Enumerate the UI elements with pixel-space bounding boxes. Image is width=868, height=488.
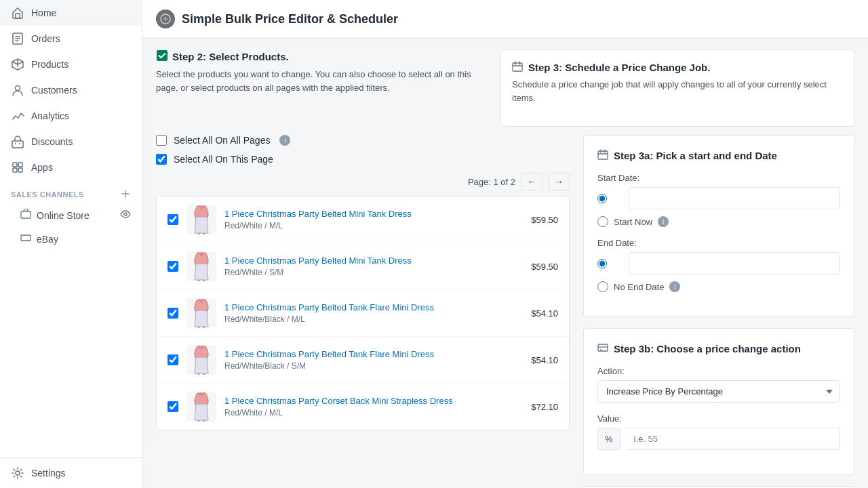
select-all-pages-row: Select All On All Pages i [156, 135, 570, 146]
analytics-icon [11, 109, 24, 123]
home-icon [11, 6, 24, 20]
sidebar-nav-orders[interactable]: Orders [0, 26, 142, 52]
product-checkbox[interactable] [167, 401, 178, 412]
product-thumbnail [186, 251, 216, 281]
svg-rect-9 [18, 168, 22, 172]
step3-cal-icon [512, 61, 523, 74]
products-icon [11, 58, 24, 71]
value-input[interactable] [626, 428, 840, 450]
sidebar-nav-analytics[interactable]: Analytics [0, 103, 142, 129]
sidebar-sub-online-store[interactable]: Online Store [0, 203, 142, 227]
value-label: Value: [597, 413, 840, 424]
sidebar-nav-products[interactable]: Products [0, 52, 142, 77]
value-group: Value: % [597, 413, 840, 450]
product-info: 1 Piece Christmas Party Belted Mini Tank… [224, 256, 523, 278]
svg-rect-7 [18, 163, 22, 167]
sidebar-label-customers: Customers [31, 85, 77, 96]
product-checkbox[interactable] [167, 261, 178, 272]
start-date-label: Start Date: [597, 173, 840, 183]
sidebar-nav-apps[interactable]: Apps [0, 155, 142, 180]
svg-rect-12 [21, 235, 31, 241]
page-title: Simple Bulk Price Editor & Scheduler [182, 12, 398, 26]
svg-rect-6 [13, 163, 17, 167]
product-name: 1 Piece Christmas Party Corset Back Mini… [224, 396, 523, 407]
apps-icon [11, 161, 24, 174]
end-date-specific-option: 01/02/2018 11:44 PM [597, 252, 840, 274]
product-variant: Red/White/Black / M/L [224, 314, 523, 324]
select-all-page-checkbox[interactable] [156, 154, 167, 165]
no-end-date-info-icon[interactable]: i [669, 281, 680, 292]
action-select[interactable]: Increase Price By Percentage Decrease Pr… [597, 380, 840, 403]
orders-icon [11, 32, 24, 45]
product-name: 1 Piece Christmas Party Belted Mini Tank… [224, 209, 523, 220]
product-thumbnail [186, 345, 216, 375]
percent-badge: % [597, 428, 620, 450]
no-end-date-option: No End Date i [597, 281, 840, 292]
step2-check-icon [156, 49, 168, 64]
svg-rect-17 [598, 151, 608, 159]
start-date-specific-radio[interactable] [597, 193, 607, 204]
end-date-specific-radio[interactable] [597, 258, 607, 269]
no-end-date-radio[interactable] [597, 281, 608, 292]
product-name: 1 Piece Christmas Party Belted Mini Tank… [224, 256, 523, 267]
product-checkbox[interactable] [167, 308, 178, 319]
sidebar-sub-ebay[interactable]: eBay [0, 227, 142, 251]
sales-channels-section: SALES CHANNELS [0, 180, 142, 203]
start-now-radio[interactable] [597, 216, 608, 227]
select-all-pages-info-icon[interactable]: i [279, 135, 290, 146]
svg-rect-0 [16, 14, 20, 18]
sidebar-nav-discounts[interactable]: Discounts [0, 129, 142, 155]
end-date-input[interactable]: 01/02/2018 11:44 PM [629, 252, 840, 274]
svg-point-5 [19, 143, 20, 144]
pagination-label: Page: 1 of 2 [468, 177, 515, 187]
step2-title: Step 2: Select Products. [172, 51, 289, 62]
product-price: $59.50 [531, 215, 558, 225]
action-label: Action: [597, 366, 840, 376]
main-content: Simple Bulk Price Editor & Scheduler Ste… [142, 0, 868, 488]
product-checkbox[interactable] [167, 214, 178, 225]
table-row: 1 Piece Christmas Party Corset Back Mini… [157, 384, 569, 430]
sidebar-nav-settings[interactable]: Settings [0, 458, 142, 488]
svg-rect-16 [513, 63, 522, 71]
add-channel-icon[interactable] [120, 188, 131, 201]
svg-point-2 [16, 86, 20, 91]
customers-icon [11, 83, 24, 97]
start-now-label[interactable]: Start Now i [614, 216, 669, 227]
end-date-radio-group: 01/02/2018 11:44 PM No End Date i [597, 252, 840, 292]
svg-rect-3 [12, 141, 23, 148]
svg-rect-15 [157, 50, 167, 61]
product-variant: Red/White / S/M [224, 268, 523, 277]
step3a-cal-icon [597, 149, 608, 162]
online-store-icon [20, 209, 31, 222]
sidebar-nav-home[interactable]: Home [0, 0, 142, 26]
action-group: Action: Increase Price By Percentage Dec… [597, 366, 840, 403]
step2-description: Select the products you want to change. … [156, 68, 487, 94]
sidebar-label-orders: Orders [31, 33, 60, 44]
start-now-info-icon[interactable]: i [658, 216, 669, 227]
product-name: 1 Piece Christmas Party Belted Tank Flar… [224, 349, 523, 361]
pagination-next-button[interactable]: → [548, 173, 570, 190]
start-date-specific-option: 01/02/2018 11:44 PM [597, 187, 840, 209]
end-date-group: End Date: 01/02/2018 11:44 PM No End Dat… [597, 238, 840, 292]
step3-description: Schedule a price change job that will ap… [512, 78, 843, 104]
sidebar-label-settings: Settings [31, 468, 66, 479]
start-date-input[interactable]: 01/02/2018 11:44 PM [629, 187, 840, 209]
product-variant: Red/White/Black / S/M [224, 361, 523, 371]
sidebar-nav-customers[interactable]: Customers [0, 77, 142, 103]
select-all-page-row: Select All On This Page [156, 154, 570, 165]
no-end-date-label[interactable]: No End Date i [614, 281, 680, 292]
product-thumbnail [186, 205, 216, 235]
svg-point-11 [124, 213, 127, 216]
eye-icon[interactable] [120, 209, 131, 222]
select-all-pages-label[interactable]: Select All On All Pages [174, 135, 270, 146]
product-info: 1 Piece Christmas Party Belted Mini Tank… [224, 209, 523, 231]
product-list-scroll: 1 Piece Christmas Party Belted Mini Tank… [157, 197, 569, 430]
pagination-prev-button[interactable]: ← [521, 173, 542, 190]
select-all-pages-checkbox[interactable] [156, 135, 167, 146]
product-thumbnail [186, 298, 216, 328]
product-thumbnail [186, 392, 216, 422]
svg-rect-18 [598, 344, 608, 351]
select-all-page-label[interactable]: Select All On This Page [174, 154, 273, 165]
start-now-option: Start Now i [597, 216, 840, 227]
product-checkbox[interactable] [167, 354, 178, 365]
